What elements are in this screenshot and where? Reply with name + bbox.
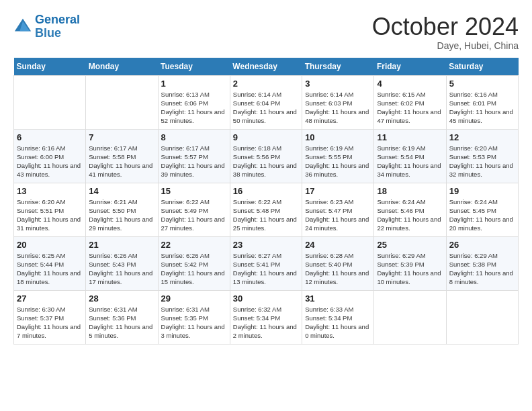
cell-info: Sunrise: 6:24 AM Sunset: 5:45 PM Dayligh… [449, 197, 515, 233]
weekday-header: Friday [374, 58, 446, 76]
cell-info: Sunrise: 6:29 AM Sunset: 5:39 PM Dayligh… [377, 251, 443, 287]
weekday-header: Sunday [14, 58, 86, 76]
cell-info: Sunrise: 6:32 AM Sunset: 5:34 PM Dayligh… [233, 305, 299, 340]
calendar-cell: 31Sunrise: 6:33 AM Sunset: 5:34 PM Dayli… [302, 290, 374, 344]
calendar-cell: 25Sunrise: 6:29 AM Sunset: 5:39 PM Dayli… [374, 236, 446, 290]
calendar-cell: 18Sunrise: 6:24 AM Sunset: 5:46 PM Dayli… [374, 183, 446, 236]
calendar-cell: 10Sunrise: 6:19 AM Sunset: 5:55 PM Dayli… [302, 129, 374, 183]
calendar-cell: 16Sunrise: 6:22 AM Sunset: 5:48 PM Dayli… [230, 183, 302, 236]
calendar-cell: 28Sunrise: 6:31 AM Sunset: 5:36 PM Dayli… [86, 290, 158, 344]
cell-info: Sunrise: 6:16 AM Sunset: 6:01 PM Dayligh… [449, 90, 515, 126]
cell-info: Sunrise: 6:17 AM Sunset: 5:57 PM Dayligh… [161, 144, 227, 179]
calendar-cell: 1Sunrise: 6:13 AM Sunset: 6:06 PM Daylig… [158, 75, 230, 129]
cell-info: Sunrise: 6:27 AM Sunset: 5:41 PM Dayligh… [233, 251, 299, 287]
cell-info: Sunrise: 6:16 AM Sunset: 6:00 PM Dayligh… [17, 144, 83, 179]
calendar-table: SundayMondayTuesdayWednesdayThursdayFrid… [13, 58, 519, 345]
cell-info: Sunrise: 6:22 AM Sunset: 5:49 PM Dayligh… [161, 197, 227, 233]
day-number: 22 [161, 240, 227, 250]
day-number: 9 [233, 132, 299, 142]
calendar-cell: 9Sunrise: 6:18 AM Sunset: 5:56 PM Daylig… [230, 129, 302, 183]
day-number: 25 [377, 240, 443, 250]
day-number: 21 [89, 240, 154, 250]
day-number: 7 [89, 132, 154, 142]
calendar-cell: 27Sunrise: 6:30 AM Sunset: 5:37 PM Dayli… [14, 290, 86, 344]
weekday-header: Saturday [446, 58, 518, 76]
day-number: 14 [89, 186, 154, 196]
cell-info: Sunrise: 6:33 AM Sunset: 5:34 PM Dayligh… [305, 305, 371, 340]
calendar-cell: 13Sunrise: 6:20 AM Sunset: 5:51 PM Dayli… [14, 183, 86, 236]
calendar-cell: 2Sunrise: 6:14 AM Sunset: 6:04 PM Daylig… [230, 75, 302, 129]
calendar-cell: 15Sunrise: 6:22 AM Sunset: 5:49 PM Dayli… [158, 183, 230, 236]
cell-info: Sunrise: 6:29 AM Sunset: 5:38 PM Dayligh… [449, 251, 515, 287]
cell-info: Sunrise: 6:18 AM Sunset: 5:56 PM Dayligh… [233, 144, 299, 179]
calendar-cell: 29Sunrise: 6:31 AM Sunset: 5:35 PM Dayli… [158, 290, 230, 344]
calendar-cell: 6Sunrise: 6:16 AM Sunset: 6:00 PM Daylig… [14, 129, 86, 183]
calendar-cell: 26Sunrise: 6:29 AM Sunset: 5:38 PM Dayli… [446, 236, 518, 290]
weekday-header: Monday [86, 58, 158, 76]
cell-info: Sunrise: 6:22 AM Sunset: 5:48 PM Dayligh… [233, 197, 299, 233]
day-number: 15 [161, 186, 227, 196]
day-number: 5 [449, 79, 515, 89]
calendar-week-row: 20Sunrise: 6:25 AM Sunset: 5:44 PM Dayli… [14, 236, 519, 290]
day-number: 13 [17, 186, 83, 196]
cell-info: Sunrise: 6:30 AM Sunset: 5:37 PM Dayligh… [17, 305, 83, 340]
cell-info: Sunrise: 6:17 AM Sunset: 5:58 PM Dayligh… [89, 144, 154, 179]
day-number: 20 [17, 240, 83, 250]
day-number: 1 [161, 79, 227, 89]
day-number: 26 [449, 240, 515, 250]
cell-info: Sunrise: 6:13 AM Sunset: 6:06 PM Dayligh… [161, 90, 227, 126]
weekday-header: Tuesday [158, 58, 230, 76]
calendar-cell [446, 290, 518, 344]
cell-info: Sunrise: 6:25 AM Sunset: 5:44 PM Dayligh… [17, 251, 83, 287]
calendar-cell: 21Sunrise: 6:26 AM Sunset: 5:43 PM Dayli… [86, 236, 158, 290]
cell-info: Sunrise: 6:20 AM Sunset: 5:53 PM Dayligh… [449, 144, 515, 179]
cell-info: Sunrise: 6:26 AM Sunset: 5:43 PM Dayligh… [89, 251, 154, 287]
month-title: October 2024 [372, 13, 519, 40]
day-number: 24 [305, 240, 371, 250]
day-number: 8 [161, 132, 227, 142]
cell-info: Sunrise: 6:19 AM Sunset: 5:55 PM Dayligh… [305, 144, 371, 179]
day-number: 30 [233, 293, 299, 304]
day-number: 27 [17, 293, 83, 304]
calendar-cell: 14Sunrise: 6:21 AM Sunset: 5:50 PM Dayli… [86, 183, 158, 236]
day-number: 12 [449, 132, 515, 142]
day-number: 6 [17, 132, 83, 142]
calendar-cell [86, 75, 158, 129]
day-number: 23 [233, 240, 299, 250]
cell-info: Sunrise: 6:20 AM Sunset: 5:51 PM Dayligh… [17, 197, 83, 233]
calendar-cell: 22Sunrise: 6:26 AM Sunset: 5:42 PM Dayli… [158, 236, 230, 290]
calendar-cell: 30Sunrise: 6:32 AM Sunset: 5:34 PM Dayli… [230, 290, 302, 344]
calendar-cell: 23Sunrise: 6:27 AM Sunset: 5:41 PM Dayli… [230, 236, 302, 290]
calendar-cell: 4Sunrise: 6:15 AM Sunset: 6:02 PM Daylig… [374, 75, 446, 129]
location-subtitle: Daye, Hubei, China [372, 40, 519, 51]
weekday-header-row: SundayMondayTuesdayWednesdayThursdayFrid… [14, 58, 519, 76]
day-number: 4 [377, 79, 443, 89]
calendar-week-row: 13Sunrise: 6:20 AM Sunset: 5:51 PM Dayli… [14, 183, 519, 236]
logo-icon [13, 17, 32, 36]
cell-info: Sunrise: 6:21 AM Sunset: 5:50 PM Dayligh… [89, 197, 154, 233]
cell-info: Sunrise: 6:19 AM Sunset: 5:54 PM Dayligh… [377, 144, 443, 179]
page-header: General Blue October 2024 Daye, Hubei, C… [13, 13, 519, 51]
calendar-cell: 8Sunrise: 6:17 AM Sunset: 5:57 PM Daylig… [158, 129, 230, 183]
cell-info: Sunrise: 6:31 AM Sunset: 5:36 PM Dayligh… [89, 305, 154, 340]
calendar-cell: 11Sunrise: 6:19 AM Sunset: 5:54 PM Dayli… [374, 129, 446, 183]
day-number: 3 [305, 79, 371, 89]
cell-info: Sunrise: 6:14 AM Sunset: 6:03 PM Dayligh… [305, 90, 371, 126]
day-number: 10 [305, 132, 371, 142]
calendar-cell: 20Sunrise: 6:25 AM Sunset: 5:44 PM Dayli… [14, 236, 86, 290]
logo: General Blue [13, 13, 80, 40]
logo-text: General Blue [35, 13, 80, 40]
calendar-cell [374, 290, 446, 344]
calendar-week-row: 6Sunrise: 6:16 AM Sunset: 6:00 PM Daylig… [14, 129, 519, 183]
day-number: 31 [305, 293, 371, 304]
calendar-week-row: 1Sunrise: 6:13 AM Sunset: 6:06 PM Daylig… [14, 75, 519, 129]
cell-info: Sunrise: 6:28 AM Sunset: 5:40 PM Dayligh… [305, 251, 371, 287]
day-number: 11 [377, 132, 443, 142]
calendar-cell: 5Sunrise: 6:16 AM Sunset: 6:01 PM Daylig… [446, 75, 518, 129]
day-number: 28 [89, 293, 154, 304]
cell-info: Sunrise: 6:23 AM Sunset: 5:47 PM Dayligh… [305, 197, 371, 233]
day-number: 19 [449, 186, 515, 196]
weekday-header: Thursday [302, 58, 374, 76]
day-number: 2 [233, 79, 299, 89]
day-number: 16 [233, 186, 299, 196]
